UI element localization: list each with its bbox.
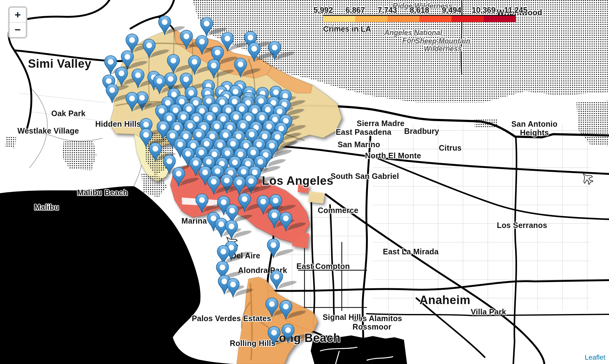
marker-hole xyxy=(283,216,289,221)
attribution: Leaflet xyxy=(582,353,608,362)
marker-hole xyxy=(285,327,291,333)
map-marker[interactable] xyxy=(194,35,210,55)
map-marker[interactable] xyxy=(130,68,146,89)
marker-hole xyxy=(273,198,278,203)
marker-hole xyxy=(119,71,124,76)
map-marker[interactable] xyxy=(152,74,167,95)
marker-hole xyxy=(211,179,217,184)
zoom-in-button[interactable]: + xyxy=(10,8,26,23)
map-marker[interactable] xyxy=(148,142,163,162)
map-marker[interactable] xyxy=(194,193,210,214)
marker-hole xyxy=(177,142,183,147)
marker-hole xyxy=(157,78,162,84)
marker-hole xyxy=(271,242,276,248)
marker-hole xyxy=(139,95,145,101)
marker-hole xyxy=(250,150,256,155)
map-marker[interactable] xyxy=(166,54,181,74)
marker-hole xyxy=(225,150,230,156)
marker-hole xyxy=(204,21,209,26)
marker-hole xyxy=(215,168,220,174)
marker-hole xyxy=(129,96,135,101)
marker-hole xyxy=(218,221,224,227)
marker-hole xyxy=(215,50,220,55)
map-marker[interactable] xyxy=(141,39,157,59)
marker-hole xyxy=(211,63,217,68)
marker-hole xyxy=(248,35,253,40)
marker-hole xyxy=(125,54,130,60)
marker-hole xyxy=(162,19,167,25)
map-marker[interactable] xyxy=(278,212,294,232)
marker-hole xyxy=(248,178,254,184)
marker-hole xyxy=(199,39,205,44)
marker-hole xyxy=(199,150,204,155)
marker-hole xyxy=(249,132,254,137)
marker-hole xyxy=(274,274,279,280)
map-marker[interactable] xyxy=(157,15,172,36)
marker-hole xyxy=(108,59,113,65)
marker-hole xyxy=(185,151,191,157)
map-marker[interactable] xyxy=(266,238,281,259)
marker-hole xyxy=(143,132,149,138)
marker-hole xyxy=(283,304,289,309)
marker-hole xyxy=(238,61,243,67)
map-marker[interactable] xyxy=(199,17,214,37)
map-marker[interactable] xyxy=(206,59,222,79)
marker-hole xyxy=(153,146,158,152)
map-marker[interactable] xyxy=(246,42,262,62)
marker-hole xyxy=(202,170,208,175)
map-marker[interactable] xyxy=(278,300,294,320)
marker-hole xyxy=(241,169,246,175)
marker-hole xyxy=(193,160,199,166)
marker-hole xyxy=(171,58,176,63)
marker-hole xyxy=(269,143,275,148)
marker-hole xyxy=(109,87,115,93)
marker-hole xyxy=(260,199,266,204)
marker-hole xyxy=(271,330,277,335)
marker-hole xyxy=(129,37,135,43)
zoom-control: + − xyxy=(8,6,27,39)
marker-hole xyxy=(225,36,230,41)
marker-hole xyxy=(135,72,141,78)
marker-hole xyxy=(230,141,236,147)
marker-hole xyxy=(176,171,181,176)
leaflet-link[interactable]: Leaflet xyxy=(585,353,605,361)
marker-hole xyxy=(143,122,149,127)
map-marker[interactable] xyxy=(266,326,282,346)
map-marker[interactable] xyxy=(206,175,222,195)
marker-hole xyxy=(167,158,172,164)
marker-hole xyxy=(251,46,257,52)
marker-hole xyxy=(229,208,235,213)
map-marker[interactable] xyxy=(224,220,239,240)
marker-hole xyxy=(184,34,189,39)
marker-hole xyxy=(269,301,275,307)
marker-hole xyxy=(224,178,230,183)
marker-hole xyxy=(229,224,234,229)
marker-hole xyxy=(266,124,272,129)
marker-hole xyxy=(192,59,197,65)
map-marker[interactable] xyxy=(267,41,282,61)
marker-hole xyxy=(199,197,205,203)
map-marker[interactable] xyxy=(179,30,194,50)
marker-hole xyxy=(236,180,242,185)
map-marker[interactable] xyxy=(269,270,284,290)
marker-hole xyxy=(183,76,189,82)
marker-hole xyxy=(206,159,212,165)
marker-hole xyxy=(242,196,247,202)
marker-hole xyxy=(230,282,236,287)
zoom-out-button[interactable]: − xyxy=(10,23,26,37)
map-canvas[interactable]: Simi ValleyAnaheimLong BeachLos AngelesO… xyxy=(0,0,609,364)
map-marker[interactable] xyxy=(104,83,120,104)
map-marker[interactable] xyxy=(171,167,186,187)
marker-hole xyxy=(258,159,263,165)
map-marker[interactable] xyxy=(124,92,140,112)
marker-hole xyxy=(220,265,225,270)
marker-hole xyxy=(221,249,226,254)
marker-hole xyxy=(196,132,202,137)
marker-hole xyxy=(146,43,152,48)
marker-hole xyxy=(232,160,238,165)
map-marker[interactable] xyxy=(233,57,248,78)
map-marker[interactable] xyxy=(264,297,280,318)
marker-hole xyxy=(168,76,173,82)
map-marker[interactable] xyxy=(225,278,241,298)
marker-hole xyxy=(272,212,277,218)
